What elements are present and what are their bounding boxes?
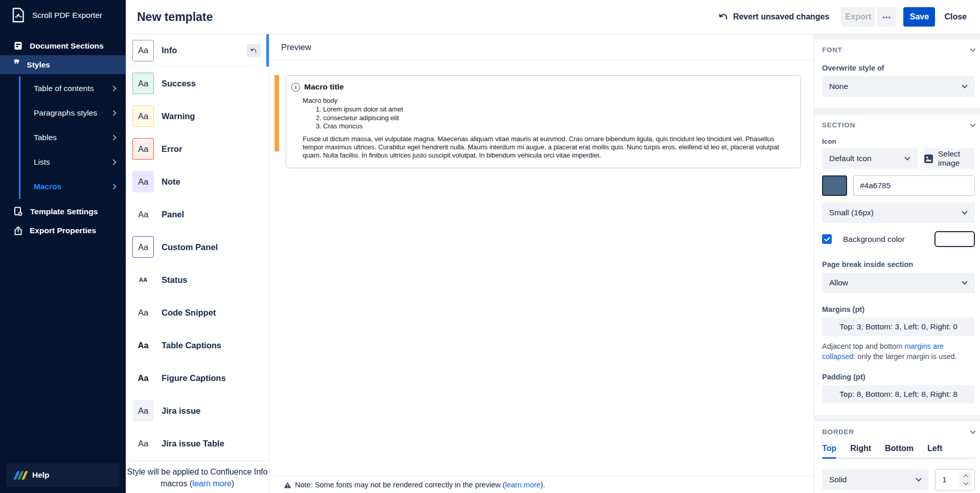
macro-item-label: Warning bbox=[162, 111, 195, 121]
border-width-input[interactable] bbox=[936, 475, 958, 484]
list-item: consectetur adipiscing elit bbox=[323, 114, 792, 122]
sidebar-item-template-settings[interactable]: Template Settings bbox=[0, 202, 126, 221]
template-settings-icon bbox=[14, 207, 23, 216]
padding-value-button[interactable]: Top: 8, Bottom: 8, Left: 8, Right: 8 bbox=[822, 385, 975, 404]
section-title: SECTION bbox=[822, 121, 855, 129]
macro-item-jira-issue-table[interactable]: Aa Jira issue Table bbox=[126, 427, 269, 460]
sidebar-item-styles[interactable]: Styles bbox=[0, 55, 126, 74]
sidebar-nav: Document Sections Styles Table of conten… bbox=[0, 36, 126, 240]
list-item: Lorem ipsum dolor sit amet bbox=[323, 105, 792, 114]
macro-item-panel[interactable]: Aa Panel bbox=[126, 198, 269, 231]
chevron-down-icon[interactable] bbox=[970, 121, 975, 127]
chevron-down-icon[interactable] bbox=[970, 428, 975, 434]
tab-bottom[interactable]: Bottom bbox=[885, 444, 914, 458]
tab-right[interactable]: Right bbox=[850, 444, 871, 458]
background-color-picker[interactable] bbox=[935, 231, 975, 247]
help-button[interactable]: Help bbox=[6, 463, 120, 487]
tab-top[interactable]: Top bbox=[822, 444, 836, 458]
image-icon bbox=[924, 154, 933, 164]
font-section-card: FONT Overwrite style of None bbox=[814, 39, 980, 108]
sidebar-item-document-sections[interactable]: Document Sections bbox=[0, 36, 126, 55]
style-preview-swatch: Aa bbox=[132, 236, 154, 258]
export-properties-icon bbox=[14, 226, 22, 235]
style-preview-swatch: Aa bbox=[132, 138, 154, 160]
style-preview-swatch: Aa bbox=[132, 400, 154, 421]
more-options-button[interactable]: ••• bbox=[877, 7, 896, 27]
macro-item-success[interactable]: Aa Success bbox=[126, 67, 269, 100]
border-section-card: BORDER Top Right Bottom Left Solid Borde… bbox=[814, 421, 980, 493]
revert-unsaved-changes-button[interactable]: Revert unsaved changes bbox=[719, 12, 830, 21]
submenu-accent-line bbox=[19, 76, 20, 199]
sub-item-label: Paragraphs styles bbox=[34, 108, 97, 118]
learn-more-link[interactable]: learn more bbox=[505, 481, 540, 489]
help-label: Help bbox=[32, 470, 50, 480]
margins-help-text: Adjacent top and bottom margins are coll… bbox=[822, 341, 975, 362]
macro-item-status[interactable]: AA Status bbox=[126, 263, 269, 296]
border-side-tabs: Top Right Bottom Left bbox=[822, 444, 975, 459]
background-color-checkbox[interactable] bbox=[822, 234, 832, 244]
font-section-header[interactable]: FONT bbox=[822, 46, 975, 54]
preview-title: Preview bbox=[270, 34, 814, 60]
top-header: New template Revert unsaved changes Expo… bbox=[126, 0, 980, 34]
sidebar-item-label: Export Properties bbox=[30, 226, 96, 235]
macro-item-figure-captions[interactable]: Aa Figure Captions bbox=[126, 362, 269, 394]
macro-item-label: Info bbox=[162, 46, 177, 55]
style-preview-swatch: Aa bbox=[132, 40, 154, 61]
chevron-right-icon bbox=[110, 110, 116, 116]
overwrite-style-dropdown[interactable]: None bbox=[822, 76, 975, 97]
macro-item-info[interactable]: Aa Info bbox=[126, 34, 269, 67]
macro-item-jira-issue[interactable]: Aa Jira issue bbox=[126, 394, 269, 427]
styles-submenu: Table of contents Paragraphs styles Tabl… bbox=[0, 74, 126, 202]
macro-item-label: Jira issue Table bbox=[162, 439, 224, 449]
page-break-dropdown[interactable]: Allow bbox=[822, 273, 975, 293]
macro-item-custom-panel[interactable]: Aa Custom Panel bbox=[126, 231, 269, 263]
app-title: Scroll PDF Exporter bbox=[32, 11, 102, 20]
macro-item-label: Table Captions bbox=[162, 341, 221, 350]
close-button[interactable]: Close bbox=[944, 12, 967, 21]
section-section-card: SECTION Icon Default Icon Select image S… bbox=[814, 115, 980, 415]
border-section-header[interactable]: BORDER bbox=[822, 428, 975, 436]
chevron-down-icon bbox=[904, 154, 910, 160]
macro-item-label: Code Snippet bbox=[162, 308, 216, 318]
macro-item-table-captions[interactable]: Aa Table Captions bbox=[126, 329, 269, 362]
chevron-down-icon[interactable] bbox=[970, 46, 975, 52]
macro-item-warning[interactable]: Aa Warning bbox=[126, 100, 269, 132]
macro-item-code-snippet[interactable]: Aa Code Snippet bbox=[126, 296, 269, 329]
section-title: BORDER bbox=[822, 428, 854, 436]
icon-color-swatch[interactable] bbox=[822, 175, 847, 196]
style-preview-swatch: Aa bbox=[132, 73, 154, 94]
background-color-label: Background color bbox=[843, 235, 905, 244]
icon-color-input[interactable] bbox=[853, 175, 975, 196]
macro-preview-list: Lorem ipsum dolor sit amet consectetur a… bbox=[303, 105, 792, 130]
chevron-right-icon bbox=[110, 85, 116, 91]
macro-item-error[interactable]: Aa Error bbox=[126, 132, 269, 165]
icon-size-dropdown[interactable]: Small (16px) bbox=[822, 203, 975, 223]
page-break-label: Page break inside section bbox=[822, 260, 975, 268]
macro-item-label: Status bbox=[162, 275, 187, 285]
save-button[interactable]: Save bbox=[903, 7, 935, 27]
chevron-up-icon bbox=[963, 475, 968, 480]
border-style-dropdown[interactable]: Solid bbox=[822, 469, 929, 490]
export-button[interactable]: Export bbox=[841, 7, 875, 27]
margins-value-button[interactable]: Top: 3, Bottom: 3, Left: 0, Right: 0 bbox=[822, 318, 975, 336]
macro-item-label: Custom Panel bbox=[162, 242, 218, 252]
style-preview-swatch: AA bbox=[132, 269, 154, 290]
stepper-arrows[interactable] bbox=[960, 472, 972, 487]
sub-item-label: Macros bbox=[34, 182, 61, 191]
macro-item-label: Jira issue bbox=[162, 406, 200, 416]
macro-preview-title: Macro title bbox=[304, 82, 344, 92]
learn-more-link[interactable]: learn more bbox=[192, 479, 231, 488]
app-logo-row: Scroll PDF Exporter bbox=[0, 0, 126, 23]
style-preview-swatch: Aa bbox=[132, 367, 154, 389]
macro-item-note[interactable]: Aa Note bbox=[126, 165, 269, 198]
macro-item-label: Success bbox=[162, 79, 196, 88]
icon-type-dropdown[interactable]: Default Icon bbox=[822, 148, 918, 169]
chevron-down-icon bbox=[916, 476, 921, 481]
section-section-header[interactable]: SECTION bbox=[822, 121, 975, 129]
reset-style-button[interactable] bbox=[247, 44, 261, 57]
select-image-button[interactable]: Select image bbox=[924, 148, 975, 169]
sidebar-item-export-properties[interactable]: Export Properties bbox=[0, 221, 126, 240]
tab-left[interactable]: Left bbox=[927, 444, 942, 458]
chevron-down-icon bbox=[962, 209, 967, 214]
sidebar-item-label: Template Settings bbox=[30, 207, 98, 216]
